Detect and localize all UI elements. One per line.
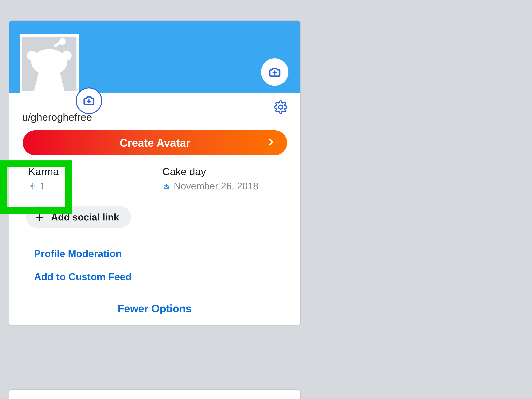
camera-plus-icon [268,65,281,79]
next-card-peek [9,389,301,399]
karma-stat: Karma 1 [28,165,148,191]
karma-icon [28,182,36,190]
profile-banner [9,21,300,93]
cakeday-label: Cake day [162,165,258,177]
profile-links: Profile Moderation Add to Custom Feed [34,248,300,294]
social-links-section: Add social link [26,206,300,228]
svg-point-5 [31,185,33,187]
plus-icon [35,212,44,222]
profile-card: u/gheroghefree Create Avatar Karma 1 Cak… [9,20,301,325]
camera-plus-icon [82,94,95,107]
page-background: u/gheroghefree Create Avatar Karma 1 Cak… [0,0,532,399]
karma-label: Karma [28,165,148,177]
username-label: u/gheroghefree [9,111,300,123]
cake-icon [162,182,170,190]
svg-point-4 [62,51,72,61]
profile-moderation-link[interactable]: Profile Moderation [34,248,300,259]
create-avatar-label: Create Avatar [120,137,190,149]
svg-point-1 [59,38,65,45]
stats-row: Karma 1 Cake day November 26, 2018 [9,165,300,191]
gear-icon [274,100,287,114]
upload-avatar-button[interactable] [76,88,102,114]
create-avatar-button[interactable]: Create Avatar [23,130,287,155]
snoo-avatar-icon [22,37,76,91]
fewer-options-toggle[interactable]: Fewer Options [9,302,300,315]
settings-button[interactable] [272,98,290,116]
add-to-custom-feed-link[interactable]: Add to Custom Feed [34,271,300,282]
cakeday-stat: Cake day November 26, 2018 [162,165,258,191]
karma-value: 1 [40,180,45,191]
add-social-link-label: Add social link [51,211,119,223]
chevron-right-icon [266,137,275,149]
svg-point-3 [27,51,37,61]
svg-point-2 [32,49,67,75]
upload-banner-button[interactable] [261,58,288,86]
avatar-placeholder [20,34,79,93]
add-social-link-button[interactable]: Add social link [26,206,131,228]
cakeday-value: November 26, 2018 [174,180,258,191]
